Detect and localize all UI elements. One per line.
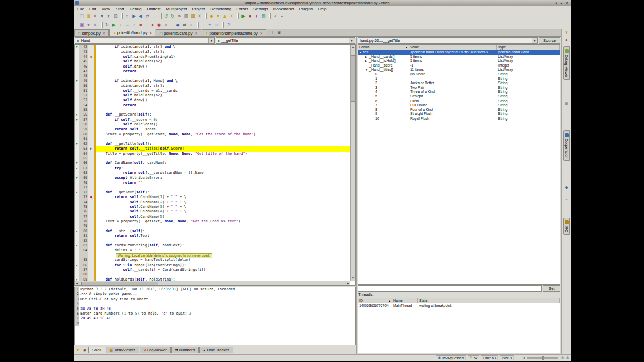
thread-row[interactable]: 140063636776704MainThreadwaiting at brea… <box>358 303 560 308</box>
editor-tab[interactable]: ▢pokerlib/card.py✕ <box>156 29 201 36</box>
line-number[interactable]: 59 <box>79 127 88 132</box>
code-text[interactable]: if isinstance(a1, Hand) and \ <box>96 79 350 84</box>
fold-marker[interactable] <box>75 185 79 190</box>
fold-marker[interactable] <box>75 98 79 103</box>
code-text[interactable]: self.draw() <box>96 98 350 103</box>
run-script-icon[interactable]: ▶ <box>240 13 247 20</box>
marker-margin[interactable] <box>88 190 94 195</box>
code-text[interactable]: if self.__score < 0: <box>96 118 350 122</box>
close-icon[interactable]: ✕ <box>92 13 99 20</box>
fold-marker[interactable] <box>75 171 79 175</box>
marker-margin[interactable] <box>88 59 94 64</box>
fold-marker[interactable]: ▼ <box>75 190 79 195</box>
menu-unittest[interactable]: Unittest <box>144 7 163 11</box>
locals-row[interactable]: ▼self<pokerlib.hand.Hand object at 0x7f6… <box>358 50 560 55</box>
line-number[interactable]: 53 <box>79 98 88 103</box>
code-text[interactable]: for i in range(len(cardStrings)): <box>96 263 350 268</box>
line-number[interactable]: 70 <box>79 180 88 185</box>
fold-marker[interactable] <box>75 205 79 209</box>
fold-marker[interactable] <box>75 224 79 228</box>
line-number[interactable]: 63 <box>79 146 88 151</box>
marker-margin[interactable] <box>88 176 94 180</box>
preferences-icon[interactable]: ☼ <box>188 22 195 28</box>
code-text[interactable] <box>96 137 350 141</box>
threads-header-name[interactable]: Name <box>392 298 418 303</box>
code-text[interactable]: self.CardName(3) + " " + \ <box>96 205 350 209</box>
menu-view[interactable]: View <box>99 7 113 11</box>
code-text[interactable]: self.calcScore() <box>96 122 350 127</box>
line-number[interactable]: 43 <box>79 50 88 54</box>
fold-marker[interactable] <box>75 180 79 185</box>
code-text[interactable] <box>96 108 350 112</box>
fold-marker[interactable]: ▼ <box>75 166 79 171</box>
marker-margin[interactable] <box>88 180 94 185</box>
toolbar-handle[interactable] <box>160 13 162 19</box>
save-all-icon[interactable]: ▼ <box>105 13 112 20</box>
symbols-icon[interactable]: ◆ <box>564 185 570 191</box>
numbers-viewer-icon[interactable]: ≡ <box>564 196 570 202</box>
menu-help[interactable]: Help <box>315 7 329 11</box>
chevron-down-icon[interactable]: ▼ <box>532 38 537 43</box>
code-text[interactable]: isinstance(a2, str): <box>96 84 350 88</box>
readwrite-status[interactable]: ✎ rw <box>468 355 479 360</box>
toolbar-handle[interactable] <box>222 22 224 28</box>
filter-icon[interactable]: ▼ <box>75 347 81 353</box>
line-number[interactable]: 57 <box>79 118 88 122</box>
fold-marker[interactable] <box>75 127 79 132</box>
fold-marker[interactable] <box>75 268 79 272</box>
class-combo[interactable]: ◆ Hand ▼ <box>75 37 215 44</box>
fold-marker[interactable] <box>75 258 79 262</box>
fold-marker[interactable]: ▼ <box>75 142 79 146</box>
fold-marker[interactable] <box>75 239 79 243</box>
clear-breakpoints-icon[interactable]: ○ <box>163 22 169 28</box>
line-number[interactable]: 72 <box>79 190 88 195</box>
fold-marker[interactable]: ▼ <box>75 176 79 180</box>
code-editor[interactable]: ▼42 if isinstance(a1, str) and \43 isins… <box>74 44 356 286</box>
code-text[interactable]: isinstance(a2, str): <box>96 50 350 54</box>
fold-marker[interactable] <box>75 64 79 69</box>
fold-marker[interactable] <box>75 200 79 205</box>
fold-marker[interactable] <box>75 137 79 141</box>
marker-margin[interactable] <box>88 108 94 112</box>
fold-marker[interactable] <box>75 69 79 74</box>
line-number[interactable]: 67 <box>79 166 88 171</box>
open-icon[interactable]: ▣ <box>85 13 92 20</box>
locals-row[interactable]: 3Two PairString <box>358 86 560 90</box>
bookmark-clear-icon[interactable]: ✕ <box>228 13 235 20</box>
toolbar-handle[interactable] <box>172 22 173 28</box>
search-next-icon[interactable]: ▶ <box>131 13 137 20</box>
scrollbar-thumb[interactable] <box>351 55 355 102</box>
code-text[interactable]: def __getScore(self): <box>96 112 350 117</box>
line-number[interactable]: 44 <box>79 55 88 59</box>
line-number[interactable]: 86 <box>79 263 88 268</box>
debug-script-icon[interactable]: ● <box>247 13 253 20</box>
breakpoints-icon[interactable]: ● <box>564 37 570 43</box>
line-number[interactable]: 82 <box>79 239 88 243</box>
delete-icon[interactable]: ✕ <box>196 13 203 20</box>
marker-margin[interactable] <box>88 219 94 224</box>
coverage-icon[interactable]: ▧ <box>260 13 267 20</box>
marker-margin[interactable] <box>88 127 94 132</box>
menu-settings[interactable]: Settings <box>251 7 271 11</box>
fold-marker[interactable] <box>75 89 79 93</box>
marker-margin[interactable] <box>88 253 94 258</box>
maximize-icon[interactable]: ▴ <box>559 1 564 5</box>
marker-margin[interactable] <box>88 200 94 205</box>
locals-header-type[interactable]: Type <box>497 45 560 50</box>
bookmark-icon[interactable]: ◆ <box>208 13 215 20</box>
marker-margin[interactable] <box>88 69 94 74</box>
line-number[interactable]: 69 <box>79 176 88 180</box>
marker-margin[interactable] <box>88 156 94 161</box>
encoding-status[interactable]: ◉ utf-8-guessed <box>436 355 466 360</box>
magnifier-minus-icon[interactable]: ◎ <box>561 356 564 360</box>
fold-marker[interactable] <box>75 248 79 253</box>
locals-header-name[interactable]: Locals▼ <box>358 45 409 50</box>
marker-margin[interactable] <box>88 234 94 238</box>
menu-debug[interactable]: Debug <box>127 7 144 11</box>
line-number[interactable]: 71 <box>79 185 88 190</box>
fold-marker[interactable]: ▼ <box>75 263 79 268</box>
fold-marker[interactable]: ▼ <box>75 229 79 234</box>
line-number[interactable]: 52 <box>79 93 88 98</box>
project-save-icon[interactable]: ▼ <box>85 22 92 28</box>
breakpoint-temp-marker[interactable]: ● <box>88 55 94 59</box>
